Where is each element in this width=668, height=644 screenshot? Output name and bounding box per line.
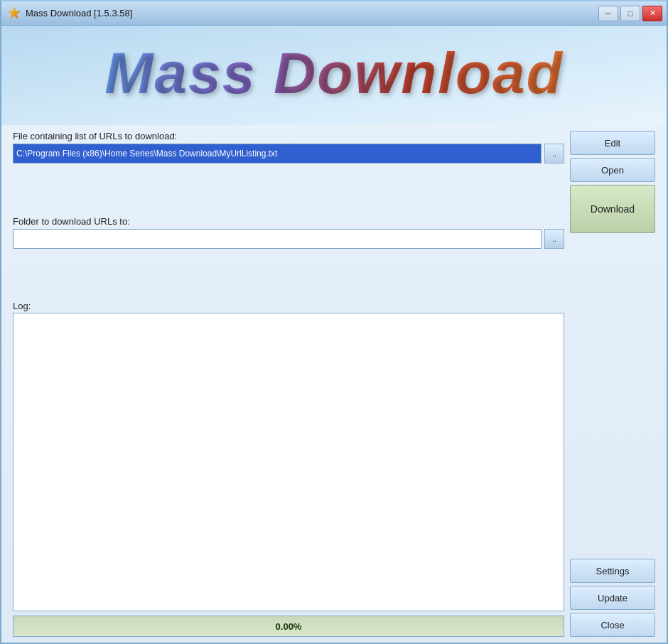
- right-column: Edit Open Download Settings Update Close: [570, 131, 655, 637]
- title-buttons: ─ □ ✕: [598, 6, 662, 21]
- folder-browse-button[interactable]: ..: [544, 229, 564, 249]
- folder-label: Folder to download URLs to:: [13, 216, 564, 227]
- progress-text: 0.00%: [276, 621, 302, 632]
- log-section: Log:: [13, 301, 564, 611]
- close-window-button[interactable]: ✕: [642, 6, 662, 21]
- url-file-input[interactable]: [13, 144, 542, 163]
- update-button[interactable]: Update: [570, 586, 655, 610]
- download-button[interactable]: Download: [570, 185, 655, 233]
- spacer: [570, 237, 655, 554]
- main-layout: File containing list of URLs to download…: [13, 131, 655, 637]
- log-label: Log:: [13, 301, 564, 311]
- progress-bar: 0.00%: [13, 616, 564, 637]
- banner-title: Mass Download: [104, 44, 564, 102]
- main-window: Mass Download [1.5.3.58] ─ □ ✕ Mass Down…: [0, 0, 668, 644]
- fields-column: File containing list of URLs to download…: [13, 131, 564, 637]
- folder-input-row: ..: [13, 229, 564, 249]
- maximize-button[interactable]: □: [620, 6, 640, 21]
- url-file-group: File containing list of URLs to download…: [13, 131, 564, 212]
- right-col-top: Edit Open Download: [570, 131, 655, 233]
- title-bar-left: Mass Download [1.5.3.58]: [7, 6, 132, 21]
- window-title: Mass Download [1.5.3.58]: [26, 8, 132, 18]
- title-bar: Mass Download [1.5.3.58] ─ □ ✕: [1, 1, 667, 26]
- main-area: File containing list of URLs to download…: [1, 125, 667, 643]
- folder-input[interactable]: [13, 229, 542, 249]
- app-icon: [7, 6, 21, 21]
- close-button[interactable]: Close: [570, 613, 655, 637]
- content-area: Mass Download File containing list of UR…: [1, 26, 667, 643]
- minimize-button[interactable]: ─: [598, 6, 618, 21]
- banner: Mass Download: [1, 26, 667, 125]
- settings-button[interactable]: Settings: [570, 559, 655, 583]
- url-file-label: File containing list of URLs to download…: [13, 131, 564, 141]
- url-file-input-row: ..: [13, 144, 564, 163]
- right-col-bottom: Settings Update Close: [570, 559, 655, 637]
- log-area[interactable]: [13, 313, 564, 611]
- url-file-browse-button[interactable]: ..: [544, 144, 564, 163]
- edit-button[interactable]: Edit: [570, 131, 655, 155]
- folder-group: Folder to download URLs to: ..: [13, 216, 564, 297]
- open-button[interactable]: Open: [570, 158, 655, 182]
